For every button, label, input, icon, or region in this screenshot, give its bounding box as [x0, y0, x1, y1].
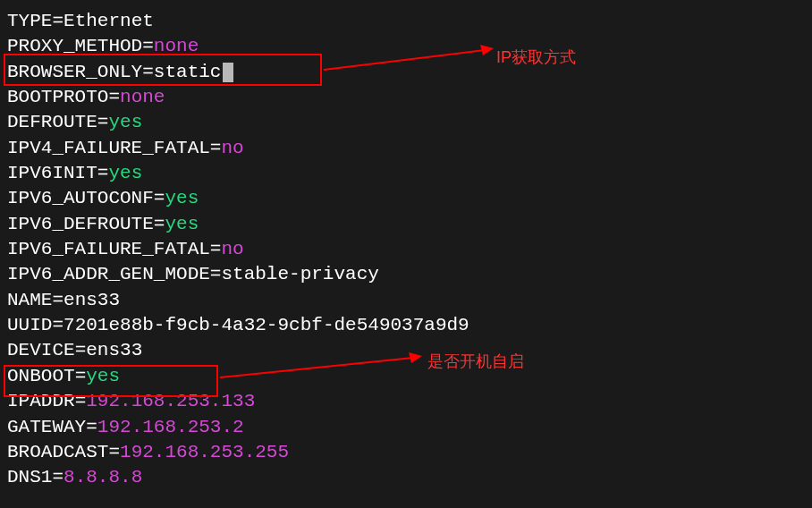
config-key: BOOTPROTO [7, 87, 108, 107]
config-line: IPV6_DEFROUTE=yes [7, 212, 805, 237]
config-value: no [221, 239, 243, 259]
config-value: yes [108, 163, 142, 183]
config-value: static [154, 62, 222, 82]
config-key: BROWSER_ONLY [7, 62, 142, 82]
config-value: yes [165, 214, 199, 234]
equals-sign: = [108, 442, 120, 462]
equals-sign: = [154, 188, 165, 208]
annotation-onboot: 是否开机自启 [427, 351, 524, 372]
config-value: yes [165, 188, 199, 208]
config-line: IPV6INIT=yes [7, 161, 805, 186]
config-value: ens33 [63, 290, 120, 310]
config-value: stable-privacy [221, 264, 378, 284]
config-line: NAME=ens33 [7, 288, 805, 313]
config-value: none [120, 87, 165, 107]
config-line: IPADDR=192.168.253.133 [7, 389, 805, 414]
equals-sign: = [75, 340, 87, 360]
config-line: PROXY_METHOD=none [7, 34, 805, 59]
config-value: 192.168.253.2 [97, 417, 244, 437]
config-value: none [154, 36, 199, 56]
config-line: GATEWAY=192.168.253.2 [7, 415, 805, 440]
config-line: TYPE=Ethernet [7, 9, 805, 34]
config-key: DEFROUTE [7, 112, 97, 132]
config-value: no [221, 138, 243, 158]
equals-sign: = [52, 11, 63, 31]
equals-sign: = [75, 391, 87, 411]
config-line: DEFROUTE=yes [7, 110, 805, 135]
equals-sign: = [210, 138, 222, 158]
config-key: BROADCAST [7, 442, 108, 462]
equals-sign: = [97, 163, 109, 183]
equals-sign: = [52, 290, 63, 310]
config-line: IPV6_FAILURE_FATAL=no [7, 237, 805, 262]
config-line: BOOTPROTO=none [7, 85, 805, 110]
equals-sign: = [154, 214, 165, 234]
config-value: yes [108, 112, 142, 132]
config-value: 192.168.253.133 [86, 391, 255, 411]
config-key: TYPE [7, 11, 52, 31]
config-line: DNS1=8.8.8.8 [7, 465, 805, 490]
equals-sign: = [52, 315, 63, 335]
config-line: IPV6_ADDR_GEN_MODE=stable-privacy [7, 262, 805, 287]
equals-sign: = [86, 417, 97, 437]
config-key: IPV6_FAILURE_FATAL [7, 239, 210, 259]
config-key: IPADDR [7, 391, 75, 411]
config-key: GATEWAY [7, 417, 86, 437]
config-value: ens33 [86, 340, 142, 360]
config-value: yes [86, 366, 120, 386]
config-key: IPV6INIT [7, 163, 97, 183]
config-file-content: TYPE=EthernetPROXY_METHOD=noneBROWSER_ON… [7, 9, 805, 491]
config-key: IPV6_AUTOCONF [7, 188, 154, 208]
config-value: 192.168.253.255 [120, 442, 289, 462]
config-key: UUID [7, 315, 52, 335]
text-cursor [223, 63, 233, 82]
annotation-ip-method: IP获取方式 [496, 47, 576, 68]
equals-sign: = [210, 264, 222, 284]
config-line: BROADCAST=192.168.253.255 [7, 440, 805, 465]
config-line: UUID=7201e88b-f9cb-4a32-9cbf-de549037a9d… [7, 313, 805, 338]
equals-sign: = [210, 239, 222, 259]
equals-sign: = [52, 467, 63, 487]
config-line: ONBOOT=yes [7, 364, 805, 389]
config-line: IPV4_FAILURE_FATAL=no [7, 136, 805, 161]
config-key: IPV4_FAILURE_FATAL [7, 138, 210, 158]
equals-sign: = [97, 112, 109, 132]
config-key: IPV6_DEFROUTE [7, 214, 154, 234]
config-value: Ethernet [63, 11, 154, 31]
config-line: BROWSER_ONLY=static [7, 60, 805, 85]
config-key: PROXY_METHOD [7, 36, 142, 56]
config-value: 8.8.8.8 [63, 467, 142, 487]
config-value: 7201e88b-f9cb-4a32-9cbf-de549037a9d9 [63, 315, 469, 335]
equals-sign: = [75, 366, 87, 386]
equals-sign: = [142, 36, 154, 56]
equals-sign: = [108, 87, 120, 107]
config-line: DEVICE=ens33 [7, 338, 805, 363]
config-key: IPV6_ADDR_GEN_MODE [7, 264, 210, 284]
config-key: DNS1 [7, 467, 52, 487]
config-key: ONBOOT [7, 366, 75, 386]
config-key: NAME [7, 290, 52, 310]
config-line: IPV6_AUTOCONF=yes [7, 186, 805, 211]
config-key: DEVICE [7, 340, 75, 360]
equals-sign: = [142, 62, 154, 82]
